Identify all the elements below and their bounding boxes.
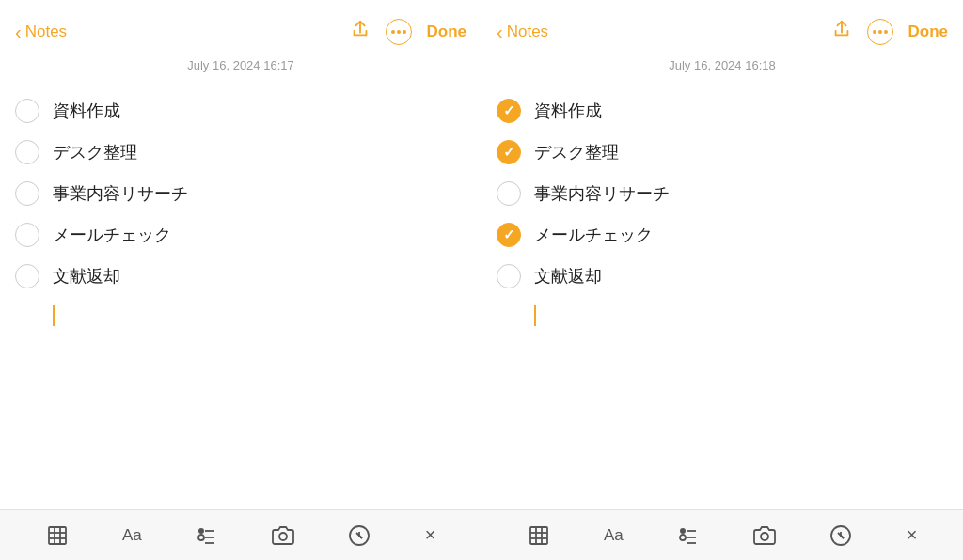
- checkbox-r2[interactable]: [497, 140, 521, 164]
- right-font-icon[interactable]: Aa: [604, 526, 624, 545]
- checkbox-2[interactable]: [15, 140, 39, 164]
- right-panel: ‹ Notes Done July 16, 2024 16:18: [482, 0, 963, 560]
- left-header-icons: Done: [350, 19, 467, 45]
- right-pencil-icon[interactable]: [829, 524, 852, 547]
- list-item: デスク整理: [497, 140, 944, 164]
- left-close-icon[interactable]: ×: [425, 524, 436, 546]
- item-text-r4: メールチェック: [534, 224, 653, 246]
- item-text-4: メールチェック: [53, 224, 171, 246]
- left-note-content: 資料作成 デスク整理 事業内容リサーチ メールチェック 文献返却: [0, 87, 482, 509]
- left-share-icon[interactable]: [350, 19, 371, 45]
- checkbox-5[interactable]: [15, 264, 39, 288]
- right-date: July 16, 2024 16:18: [482, 58, 963, 87]
- svg-rect-0: [49, 527, 66, 544]
- checkbox-3[interactable]: [15, 181, 39, 206]
- left-done-button[interactable]: Done: [427, 23, 467, 41]
- left-panel: ‹ Notes Done July 16, 2024 16:17: [0, 0, 482, 560]
- left-bottom-toolbar: Aa ×: [0, 509, 482, 560]
- checkbox-4[interactable]: [15, 223, 39, 247]
- svg-point-10: [279, 533, 287, 540]
- left-back-label: Notes: [25, 23, 67, 41]
- item-text-r3: 事業内容リサーチ: [534, 182, 670, 205]
- list-item: 文献返却: [15, 264, 463, 288]
- right-note-content: 資料作成 デスク整理 事業内容リサーチ メールチェック 文献返却: [482, 87, 963, 509]
- svg-point-20: [680, 535, 686, 540]
- right-header-icons: Done: [831, 19, 949, 45]
- item-text-r2: デスク整理: [534, 141, 619, 163]
- svg-point-5: [198, 528, 204, 534]
- item-text-r1: 資料作成: [534, 100, 602, 122]
- right-done-button[interactable]: Done: [908, 23, 949, 41]
- item-text-3: 事業内容リサーチ: [53, 182, 188, 205]
- checkbox-r4[interactable]: [497, 223, 521, 247]
- left-chevron-icon: ‹: [15, 23, 22, 41]
- text-cursor-right: [534, 305, 536, 326]
- list-item: 事業内容リサーチ: [15, 181, 463, 206]
- left-table-icon[interactable]: [46, 524, 69, 547]
- left-more-icon[interactable]: [386, 19, 412, 45]
- item-text-5: 文献返却: [53, 265, 120, 288]
- right-back-button[interactable]: ‹ Notes: [497, 23, 548, 41]
- item-text-r5: 文献返却: [534, 265, 602, 288]
- checkbox-1[interactable]: [15, 99, 39, 123]
- checkbox-r3[interactable]: [497, 181, 521, 206]
- svg-point-7: [198, 535, 204, 540]
- right-top-bar: ‹ Notes Done: [482, 0, 963, 58]
- right-checklist-icon[interactable]: [677, 524, 700, 547]
- checkbox-r5[interactable]: [497, 264, 521, 288]
- list-item: デスク整理: [15, 140, 463, 164]
- list-item: 資料作成: [15, 99, 463, 123]
- svg-point-23: [761, 533, 768, 540]
- list-item: 文献返却: [497, 264, 944, 288]
- right-close-icon[interactable]: ×: [907, 524, 918, 546]
- svg-point-18: [680, 528, 686, 534]
- right-camera-icon[interactable]: [753, 524, 776, 547]
- left-font-icon[interactable]: Aa: [122, 526, 142, 545]
- left-top-bar: ‹ Notes Done: [0, 0, 482, 58]
- list-item: 資料作成: [497, 99, 944, 123]
- left-date: July 16, 2024 16:17: [0, 58, 482, 87]
- right-share-icon[interactable]: [831, 19, 852, 45]
- list-item: メールチェック: [15, 223, 463, 247]
- right-back-label: Notes: [507, 23, 548, 41]
- right-bottom-toolbar: Aa ×: [482, 509, 963, 560]
- list-item: メールチェック: [497, 223, 944, 247]
- item-text-1: 資料作成: [53, 100, 120, 122]
- left-camera-icon[interactable]: [272, 524, 294, 547]
- list-item: 事業内容リサーチ: [497, 181, 944, 206]
- right-more-icon[interactable]: [867, 19, 893, 45]
- right-chevron-icon: ‹: [497, 23, 503, 41]
- text-cursor: [53, 305, 55, 326]
- left-back-button[interactable]: ‹ Notes: [15, 23, 67, 41]
- left-pencil-icon[interactable]: [348, 524, 371, 547]
- item-text-2: デスク整理: [53, 141, 137, 163]
- svg-rect-13: [530, 527, 547, 544]
- checkbox-r1[interactable]: [497, 99, 521, 123]
- left-checklist-icon[interactable]: [196, 524, 218, 547]
- right-table-icon[interactable]: [528, 524, 550, 547]
